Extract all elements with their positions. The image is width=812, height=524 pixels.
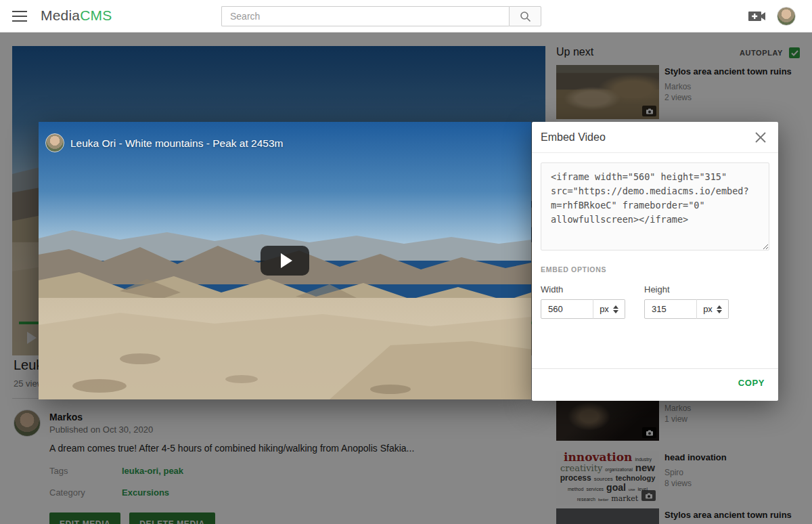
- width-unit-value: px: [600, 304, 609, 314]
- close-icon[interactable]: [753, 130, 768, 145]
- app-logo[interactable]: MediaCMS: [41, 7, 112, 24]
- height-field-group: px: [644, 299, 729, 319]
- copy-button[interactable]: COPY: [738, 378, 765, 388]
- embed-preview-player[interactable]: Leuka Ori - White mountains - Peak at 24…: [39, 122, 531, 399]
- embed-video-dialog: Embed Video <iframe width="560" height="…: [532, 122, 778, 401]
- user-avatar[interactable]: [777, 7, 796, 26]
- preview-video-title: Leuka Ori - White mountains - Peak at 24…: [70, 137, 283, 150]
- logo-text-cms: CMS: [80, 7, 112, 23]
- logo-text-media: Media: [41, 7, 80, 23]
- height-unit-value: px: [703, 304, 713, 314]
- divider: [532, 152, 778, 153]
- search-bar: [221, 6, 541, 26]
- stepper-icon: [717, 305, 722, 313]
- height-label: Height: [644, 284, 670, 294]
- width-label: Width: [541, 284, 563, 294]
- embed-options-label: EMBED OPTIONS: [541, 265, 606, 274]
- height-input[interactable]: [644, 299, 697, 319]
- stepper-icon: [613, 305, 618, 313]
- upload-media-icon[interactable]: [748, 10, 766, 22]
- divider: [532, 368, 778, 369]
- width-unit-select[interactable]: px: [593, 299, 625, 319]
- embed-code-textarea[interactable]: <iframe width="560" height="315" src="ht…: [541, 162, 769, 250]
- play-button[interactable]: [261, 246, 309, 276]
- width-input[interactable]: [541, 299, 593, 319]
- dialog-title: Embed Video: [541, 131, 606, 144]
- search-icon: [520, 11, 531, 22]
- menu-icon[interactable]: [12, 11, 27, 22]
- author-avatar[interactable]: [45, 133, 64, 152]
- width-field-group: px: [541, 299, 625, 319]
- app-header: MediaCMS: [0, 0, 812, 32]
- height-unit-select[interactable]: px: [696, 299, 729, 319]
- search-input[interactable]: [221, 6, 509, 26]
- play-icon: [281, 253, 292, 268]
- search-button[interactable]: [509, 6, 541, 26]
